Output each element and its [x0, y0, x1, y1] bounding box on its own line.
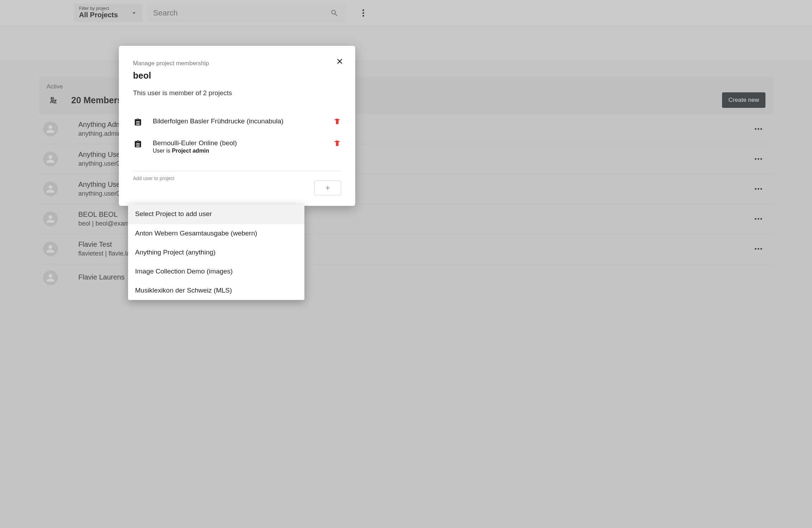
project-name: Bernoulli-Euler Online (beol) [153, 139, 323, 147]
membership-dialog: Manage project membership beol This user… [119, 46, 355, 206]
dropdown-option[interactable]: Select Project to add user [128, 204, 304, 224]
trash-icon[interactable] [333, 139, 341, 147]
dropdown-option[interactable]: Anything Project (anything) [128, 243, 304, 262]
project-membership-row: Bilderfolgen Basler Frühdrucke (incunabu… [133, 111, 341, 133]
divider [133, 171, 341, 171]
clipboard-icon [133, 118, 143, 127]
project-name: Bilderfolgen Basler Frühdrucke (incunabu… [153, 117, 323, 125]
dialog-title: beol [133, 70, 341, 81]
plus-icon [324, 184, 331, 191]
dialog-info: This user is member of 2 projects [133, 89, 341, 97]
dropdown-option[interactable]: Anton Webern Gesamtausgabe (webern) [128, 224, 304, 243]
close-icon[interactable] [335, 57, 344, 66]
add-user-button[interactable] [314, 180, 341, 195]
trash-icon[interactable] [333, 117, 341, 125]
project-select-dropdown[interactable]: Select Project to add user Anton Webern … [128, 204, 304, 300]
dropdown-option[interactable]: Image Collection Demo (images) [128, 262, 304, 281]
dropdown-option[interactable]: Musiklexikon der Schweiz (MLS) [128, 281, 304, 300]
project-role: User is Project admin [153, 148, 323, 154]
dialog-subtitle: Manage project membership [133, 60, 341, 67]
clipboard-icon [133, 140, 143, 148]
project-membership-row: Bernoulli-Euler Online (beol) User is Pr… [133, 133, 341, 160]
